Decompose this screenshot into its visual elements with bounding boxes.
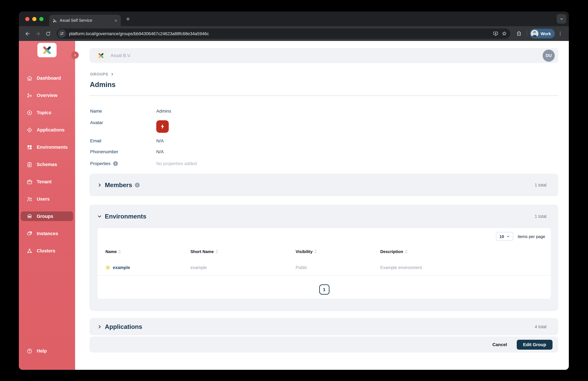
forward-icon[interactable] bbox=[33, 29, 42, 38]
name-value: Admins bbox=[156, 109, 171, 113]
field-row-phonenumber: Phonenumber N/A bbox=[90, 149, 164, 154]
environments-title: Environments bbox=[105, 213, 146, 220]
sidebar-item-tenant[interactable]: Tenant bbox=[21, 177, 73, 186]
url-bar[interactable]: platform.local/governance/groups/bb94306… bbox=[57, 28, 510, 39]
sidebar-item-overview[interactable]: Overview bbox=[21, 90, 73, 100]
install-app-icon[interactable] bbox=[493, 31, 498, 37]
sidebar-item-label: Tenant bbox=[37, 179, 52, 184]
info-icon[interactable]: i bbox=[135, 182, 140, 187]
sidebar-item-users[interactable]: Users bbox=[21, 194, 73, 204]
site-settings-icon[interactable] bbox=[58, 29, 66, 38]
axual-logo[interactable] bbox=[37, 43, 57, 57]
tab-search-chevron-button[interactable] bbox=[557, 14, 566, 24]
toolbar-divider bbox=[526, 31, 527, 37]
sidebar-nav: Dashboard Overview Topics Applications bbox=[19, 73, 75, 263]
sidebar-item-label: Overview bbox=[37, 93, 57, 98]
environments-section-header[interactable]: Environments 1 total bbox=[89, 205, 558, 228]
browser-toolbar: platform.local/governance/groups/bb94306… bbox=[19, 26, 569, 41]
bookmark-star-icon[interactable] bbox=[501, 31, 507, 37]
sidebar-item-label: Environments bbox=[37, 145, 68, 150]
schemas-icon bbox=[26, 161, 33, 168]
sort-icon bbox=[405, 249, 408, 254]
main-content: Axual B.V. DU GROUPS Admins Name Admins … bbox=[75, 41, 569, 370]
close-window-button[interactable] bbox=[25, 17, 29, 21]
cancel-button[interactable]: Cancel bbox=[492, 342, 507, 347]
back-icon[interactable] bbox=[23, 29, 32, 38]
browser-profile-chip[interactable]: Work bbox=[530, 29, 555, 38]
sidebar-item-instances[interactable]: Instances bbox=[21, 229, 73, 238]
members-section-header[interactable]: Members i 1 total bbox=[89, 174, 558, 196]
instances-icon bbox=[26, 230, 33, 237]
org-logo bbox=[96, 50, 106, 61]
column-header-visibility[interactable]: Visibility bbox=[295, 249, 317, 254]
overview-icon bbox=[26, 92, 33, 99]
sidebar-item-groups[interactable]: Groups bbox=[21, 211, 73, 221]
properties-label: Properties i bbox=[90, 161, 156, 166]
sidebar-item-label: Help bbox=[37, 348, 47, 354]
desktop-background: Axual Self Service bbox=[0, 0, 588, 381]
extensions-icon[interactable] bbox=[514, 29, 524, 38]
sidebar-collapse-button[interactable] bbox=[72, 51, 79, 59]
sort-icon bbox=[215, 249, 218, 254]
column-header-label: Visibility bbox=[295, 249, 313, 254]
column-header-label: Description bbox=[380, 249, 403, 254]
column-header-description[interactable]: Description bbox=[380, 249, 408, 254]
environments-total: 1 total bbox=[535, 214, 546, 219]
items-per-page-value: 10 bbox=[500, 234, 504, 239]
properties-label-text: Properties bbox=[90, 161, 111, 166]
page-title: Admins bbox=[90, 81, 116, 89]
environments-table-card: 10 items per page Name Short Name bbox=[98, 228, 551, 299]
sidebar-item-applications[interactable]: Applications bbox=[21, 125, 73, 135]
applications-section: Applications 4 total bbox=[89, 318, 558, 335]
avatar-label: Avatar bbox=[90, 120, 156, 125]
profile-label: Work bbox=[541, 31, 551, 36]
items-per-page-select[interactable]: 10 bbox=[496, 232, 513, 241]
column-header-name[interactable]: Name bbox=[105, 249, 121, 254]
sidebar-item-help[interactable]: Help bbox=[21, 346, 73, 356]
breadcrumb-groups-link[interactable]: GROUPS bbox=[90, 72, 108, 76]
column-header-short-name[interactable]: Short Name bbox=[190, 249, 218, 254]
help-icon bbox=[26, 348, 33, 354]
environments-section: Environments 1 total 10 items per page N… bbox=[89, 205, 558, 311]
sidebar-item-label: Dashboard bbox=[37, 75, 61, 81]
sort-icon bbox=[118, 249, 121, 254]
environment-name: example bbox=[113, 265, 130, 270]
pagination-page-button[interactable]: 1 bbox=[319, 284, 329, 295]
browser-tab[interactable]: Axual Self Service bbox=[49, 15, 121, 26]
clusters-icon bbox=[26, 247, 33, 254]
minimize-window-button[interactable] bbox=[32, 17, 36, 21]
maximize-window-button[interactable] bbox=[39, 17, 43, 21]
applications-icon bbox=[26, 127, 33, 133]
app-body: Dashboard Overview Topics Applications bbox=[19, 41, 569, 370]
sidebar-item-schemas[interactable]: Schemas bbox=[21, 160, 73, 169]
browser-menu-icon[interactable] bbox=[555, 29, 565, 38]
sidebar-item-label: Users bbox=[37, 196, 50, 202]
name-label: Name bbox=[90, 109, 156, 113]
sidebar-item-dashboard[interactable]: Dashboard bbox=[21, 73, 73, 83]
tab-close-icon[interactable] bbox=[114, 19, 118, 22]
url-text[interactable]: platform.local/governance/groups/bb94306… bbox=[69, 31, 490, 36]
sidebar-item-clusters[interactable]: Clusters bbox=[21, 246, 73, 256]
sidebar-item-label: Applications bbox=[37, 127, 64, 133]
group-avatar-tile bbox=[156, 120, 169, 133]
properties-value: No properties added bbox=[156, 161, 197, 166]
sidebar-item-environments[interactable]: Environments bbox=[21, 142, 73, 152]
phonenumber-value: N/A bbox=[156, 149, 164, 154]
edit-group-button[interactable]: Edit Group bbox=[517, 339, 552, 350]
reload-icon[interactable] bbox=[43, 29, 53, 38]
tab-strip: Axual Self Service bbox=[19, 12, 569, 26]
table-row-name-cell[interactable]: example bbox=[105, 265, 130, 270]
applications-total: 4 total bbox=[535, 324, 546, 329]
field-row-properties: Properties i No properties added bbox=[90, 161, 197, 166]
user-avatar[interactable]: DU bbox=[543, 49, 555, 62]
window-controls bbox=[25, 17, 43, 21]
info-icon[interactable]: i bbox=[113, 161, 118, 166]
sidebar-item-topics[interactable]: Topics bbox=[21, 108, 73, 117]
sidebar-item-label: Groups bbox=[37, 214, 53, 219]
home-icon bbox=[26, 75, 33, 81]
applications-section-header[interactable]: Applications 4 total bbox=[89, 318, 558, 335]
chevron-right-icon bbox=[98, 183, 102, 187]
action-bar: Cancel Edit Group bbox=[89, 336, 558, 353]
new-tab-button[interactable] bbox=[125, 16, 131, 22]
profile-avatar bbox=[531, 30, 538, 37]
